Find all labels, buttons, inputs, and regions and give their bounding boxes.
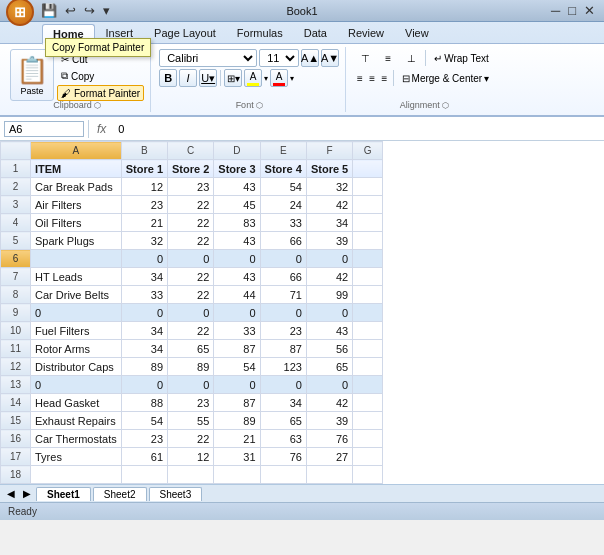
col-header-b[interactable]: B xyxy=(121,142,167,160)
cell[interactable] xyxy=(353,448,383,466)
cell[interactable]: 87 xyxy=(214,394,260,412)
paste-button[interactable]: 📋 Paste xyxy=(10,49,54,101)
cell[interactable]: 22 xyxy=(168,232,214,250)
cell[interactable]: Spark Plugs xyxy=(31,232,122,250)
col-header-e[interactable]: E xyxy=(260,142,306,160)
cell[interactable]: 89 xyxy=(214,412,260,430)
cell[interactable]: Car Drive Belts xyxy=(31,286,122,304)
cell[interactable] xyxy=(353,196,383,214)
cell[interactable]: 123 xyxy=(260,358,306,376)
cell[interactable]: Air Filters xyxy=(31,196,122,214)
close-btn[interactable]: ✕ xyxy=(581,2,598,19)
cell[interactable]: 0 xyxy=(31,376,122,394)
row-header-2[interactable]: 2 xyxy=(1,178,31,196)
col-header-d[interactable]: D xyxy=(214,142,260,160)
cell[interactable]: 54 xyxy=(260,178,306,196)
cell[interactable]: 34 xyxy=(121,268,167,286)
sheet-nav-prev[interactable]: ◀ xyxy=(4,488,18,499)
cell[interactable]: 0 xyxy=(121,376,167,394)
cell[interactable]: 66 xyxy=(260,232,306,250)
cell[interactable]: 22 xyxy=(168,268,214,286)
cell[interactable]: 22 xyxy=(168,430,214,448)
cell[interactable]: 0 xyxy=(168,250,214,268)
merge-center-button[interactable]: ⊟ Merge & Center ▾ xyxy=(397,69,495,87)
cell[interactable]: 27 xyxy=(306,448,352,466)
row-header-4[interactable]: 4 xyxy=(1,214,31,232)
cell[interactable]: 89 xyxy=(168,358,214,376)
font-size-select[interactable]: 11 xyxy=(259,49,299,67)
sheet-tab-3[interactable]: Sheet3 xyxy=(149,487,203,501)
tab-formulas[interactable]: Formulas xyxy=(227,24,293,43)
cell[interactable]: 32 xyxy=(121,232,167,250)
row-header-14[interactable]: 14 xyxy=(1,394,31,412)
cell[interactable]: 22 xyxy=(168,286,214,304)
cell[interactable]: 43 xyxy=(306,322,352,340)
cell[interactable]: 0 xyxy=(121,304,167,322)
cell[interactable] xyxy=(353,232,383,250)
cell[interactable]: 33 xyxy=(214,322,260,340)
cell[interactable] xyxy=(260,466,306,484)
cell[interactable]: Rotor Arms xyxy=(31,340,122,358)
bold-button[interactable]: B xyxy=(159,69,177,87)
row-header-1[interactable]: 1 xyxy=(1,160,31,178)
cell[interactable]: 12 xyxy=(168,448,214,466)
cell[interactable] xyxy=(353,268,383,286)
cell[interactable]: 0 xyxy=(260,250,306,268)
cell[interactable]: 65 xyxy=(306,358,352,376)
cell[interactable]: Car Break Pads xyxy=(31,178,122,196)
cell[interactable]: Distributor Caps xyxy=(31,358,122,376)
cell[interactable]: Exhaust Repairs xyxy=(31,412,122,430)
row-header-16[interactable]: 16 xyxy=(1,430,31,448)
cell[interactable]: 0 xyxy=(214,376,260,394)
cell[interactable]: Head Gasket xyxy=(31,394,122,412)
undo-quick-btn[interactable]: ↩ xyxy=(62,2,79,19)
cell[interactable] xyxy=(353,178,383,196)
cell[interactable]: 23 xyxy=(260,322,306,340)
cell[interactable]: 0 xyxy=(260,376,306,394)
row-header-3[interactable]: 3 xyxy=(1,196,31,214)
center-align-btn[interactable]: ≡ xyxy=(366,69,377,87)
cell[interactable]: Store 2 xyxy=(168,160,214,178)
minimize-btn[interactable]: ─ xyxy=(548,2,563,19)
cell[interactable]: 42 xyxy=(306,196,352,214)
cell[interactable]: Fuel Filters xyxy=(31,322,122,340)
copy-button[interactable]: ⧉ Copy xyxy=(57,68,144,84)
right-align-btn[interactable]: ≡ xyxy=(379,69,390,87)
cell[interactable] xyxy=(168,466,214,484)
cell[interactable] xyxy=(353,214,383,232)
cell[interactable]: 0 xyxy=(306,250,352,268)
clipboard-expand-icon[interactable]: ⬡ xyxy=(94,101,101,110)
cell[interactable]: 63 xyxy=(260,430,306,448)
cell[interactable] xyxy=(31,250,122,268)
row-header-10[interactable]: 10 xyxy=(1,322,31,340)
formula-input[interactable] xyxy=(114,122,600,136)
cell[interactable]: 39 xyxy=(306,232,352,250)
row-header-18[interactable]: 18 xyxy=(1,466,31,484)
merge-dropdown[interactable]: ▾ xyxy=(484,73,489,84)
cell[interactable]: 34 xyxy=(260,394,306,412)
fill-dropdown-arrow[interactable]: ▾ xyxy=(264,74,268,83)
cell[interactable]: 33 xyxy=(260,214,306,232)
cell[interactable]: 23 xyxy=(121,430,167,448)
cell[interactable] xyxy=(306,466,352,484)
cell[interactable]: 33 xyxy=(121,286,167,304)
cell[interactable]: 0 xyxy=(121,250,167,268)
row-header-11[interactable]: 11 xyxy=(1,340,31,358)
cell[interactable]: 56 xyxy=(306,340,352,358)
row-header-9[interactable]: 9 xyxy=(1,304,31,322)
cell[interactable]: 55 xyxy=(168,412,214,430)
middle-align-btn[interactable]: ≡ xyxy=(377,49,399,67)
cell[interactable]: 0 xyxy=(306,304,352,322)
save-quick-btn[interactable]: 💾 xyxy=(38,2,60,19)
cell[interactable]: 23 xyxy=(168,178,214,196)
increase-font-btn[interactable]: A▲ xyxy=(301,49,319,67)
cell[interactable]: Store 1 xyxy=(121,160,167,178)
cell[interactable]: 0 xyxy=(214,304,260,322)
cell[interactable]: 34 xyxy=(306,214,352,232)
cell[interactable]: 54 xyxy=(121,412,167,430)
format-painter-button[interactable]: 🖌 Format Painter xyxy=(57,85,144,101)
row-header-15[interactable]: 15 xyxy=(1,412,31,430)
cell[interactable]: 76 xyxy=(260,448,306,466)
cell[interactable]: HT Leads xyxy=(31,268,122,286)
cell[interactable]: 61 xyxy=(121,448,167,466)
